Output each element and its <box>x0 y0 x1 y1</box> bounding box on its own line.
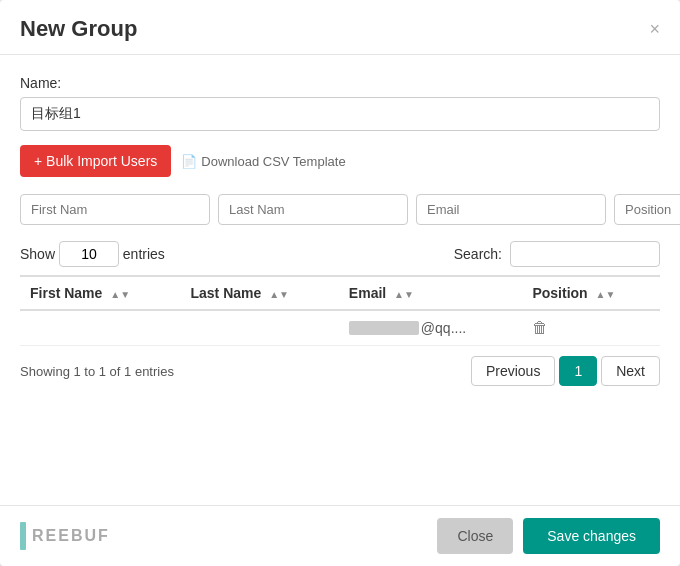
import-row: + Bulk Import Users 📄 Download CSV Templ… <box>20 145 660 177</box>
email-blurred <box>349 321 419 335</box>
table-row: @qq.... 🗑 <box>20 310 660 346</box>
close-button[interactable]: Close <box>437 518 513 554</box>
new-group-modal: New Group × Name: + Bulk Import Users 📄 … <box>0 0 680 566</box>
page-1-button[interactable]: 1 <box>559 356 597 386</box>
sort-first-name-icon[interactable]: ▲▼ <box>110 289 130 300</box>
col-first-name: First Name ▲▼ <box>20 276 180 310</box>
search-input[interactable] <box>510 241 660 267</box>
modal-body: Name: + Bulk Import Users 📄 Download CSV… <box>0 55 680 505</box>
pagination-controls: Previous 1 Next <box>471 356 660 386</box>
save-changes-button[interactable]: Save changes <box>523 518 660 554</box>
bulk-import-button[interactable]: + Bulk Import Users <box>20 145 171 177</box>
logo-bar <box>20 522 26 550</box>
last-name-input[interactable] <box>218 194 408 225</box>
email-cell: @qq.... <box>349 320 513 336</box>
sort-email-icon[interactable]: ▲▼ <box>394 289 414 300</box>
users-table: First Name ▲▼ Last Name ▲▼ Email ▲▼ Posi… <box>20 275 660 346</box>
col-last-name: Last Name ▲▼ <box>180 276 338 310</box>
delete-row-button[interactable]: 🗑 <box>532 319 548 336</box>
modal-footer: REEBUF Close Save changes <box>0 505 680 566</box>
email-suffix: @qq.... <box>421 320 466 336</box>
show-label: Show <box>20 246 55 262</box>
entries-info: Showing 1 to 1 of 1 entries <box>20 364 174 379</box>
name-form-group: Name: <box>20 75 660 131</box>
file-icon: 📄 <box>181 154 197 169</box>
logo: REEBUF <box>20 522 110 550</box>
col-position: Position ▲▼ <box>522 276 660 310</box>
search-group: Search: <box>454 241 660 267</box>
name-input[interactable] <box>20 97 660 131</box>
pagination-row: Showing 1 to 1 of 1 entries Previous 1 N… <box>20 356 660 386</box>
sort-last-name-icon[interactable]: ▲▼ <box>269 289 289 300</box>
modal-title: New Group <box>20 16 137 42</box>
table-header-row: First Name ▲▼ Last Name ▲▼ Email ▲▼ Posi… <box>20 276 660 310</box>
add-user-row: + Add <box>20 193 660 225</box>
table-controls-row: Show entries Search: <box>20 241 660 267</box>
previous-button[interactable]: Previous <box>471 356 555 386</box>
entries-label: entries <box>123 246 165 262</box>
email-input[interactable] <box>416 194 606 225</box>
cell-email: @qq.... <box>339 310 523 346</box>
cell-last-name <box>180 310 338 346</box>
logo-text: REEBUF <box>32 527 110 545</box>
cell-position: 🗑 <box>522 310 660 346</box>
modal-close-button[interactable]: × <box>649 20 660 38</box>
search-label: Search: <box>454 246 502 262</box>
col-email: Email ▲▼ <box>339 276 523 310</box>
position-input[interactable] <box>614 194 680 225</box>
csv-template-button[interactable]: 📄 Download CSV Template <box>181 154 345 169</box>
name-label: Name: <box>20 75 660 91</box>
entries-count-input[interactable] <box>59 241 119 267</box>
next-button[interactable]: Next <box>601 356 660 386</box>
sort-position-icon[interactable]: ▲▼ <box>596 289 616 300</box>
modal-header: New Group × <box>0 0 680 55</box>
cell-first-name <box>20 310 180 346</box>
first-name-input[interactable] <box>20 194 210 225</box>
